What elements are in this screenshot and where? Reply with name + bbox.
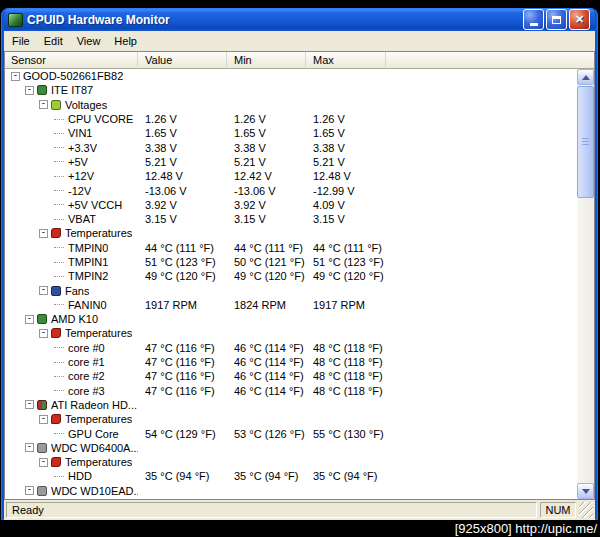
sensor-value: 35 °C (94 °F) <box>138 470 227 482</box>
sensor-row[interactable]: -12V-13.06 V-13.06 V-12.99 V <box>5 183 577 197</box>
sensor-label: -12V <box>68 185 91 197</box>
expand-collapse-toggle[interactable]: - <box>39 415 48 424</box>
sensor-min: 1.65 V <box>227 127 306 139</box>
sensor-label: VIN1 <box>68 127 92 139</box>
group-row[interactable]: -ITE IT87 <box>5 83 577 97</box>
sensor-row[interactable]: +3.3V3.38 V3.38 V3.38 V <box>5 140 577 154</box>
sensor-max: -12.99 V <box>306 185 386 197</box>
menu-view[interactable]: View <box>70 33 108 49</box>
sensor-label: WDC WD6400A... <box>51 442 138 454</box>
sensor-tree: -GOOD-502661FB82-ITE IT87-VoltagesCPU VC… <box>5 69 577 499</box>
sensor-label: VBAT <box>68 213 96 225</box>
column-header-value[interactable]: Value <box>138 52 227 69</box>
tree-connector <box>54 347 64 348</box>
sensor-min: 46 °C (114 °F) <box>227 356 306 368</box>
sensor-row[interactable]: CPU VCORE1.26 V1.26 V1.26 V <box>5 112 577 126</box>
tree-connector <box>54 262 64 263</box>
group-row[interactable]: -Temperatures <box>5 326 577 340</box>
screen: CPUID Hardware Monitor ✕ File Edit View … <box>0 0 600 537</box>
fan-icon <box>51 286 61 296</box>
group-row[interactable]: -AMD K10 <box>5 312 577 326</box>
column-header-sensor[interactable]: Sensor <box>5 52 138 69</box>
group-row[interactable]: -Temperatures <box>5 455 577 469</box>
sensor-value: 3.15 V <box>138 213 227 225</box>
tree-connector <box>54 133 64 134</box>
window-body: File Edit View Help Sensor Value Min Max… <box>4 31 595 520</box>
group-row[interactable]: -WDC WD6400A... <box>5 441 577 455</box>
status-bar: Ready NUM <box>4 500 595 520</box>
sensor-label: +12V <box>68 170 94 182</box>
sensor-row[interactable]: core #347 °C (116 °F)46 °C (114 °F)48 °C… <box>5 384 577 398</box>
group-row[interactable]: -Temperatures <box>5 226 577 240</box>
group-row[interactable]: -GOOD-502661FB82 <box>5 69 577 83</box>
tree-connector <box>54 219 64 220</box>
scrollbar-thumb[interactable] <box>577 86 594 198</box>
title-bar[interactable]: CPUID Hardware Monitor ✕ <box>4 8 595 31</box>
group-row[interactable]: -Fans <box>5 283 577 297</box>
sensor-row[interactable]: VBAT3.15 V3.15 V3.15 V <box>5 212 577 226</box>
resize-grip[interactable] <box>579 502 593 518</box>
sensor-label: AMD K10 <box>51 313 98 325</box>
menu-file[interactable]: File <box>5 33 37 49</box>
expand-collapse-toggle[interactable]: - <box>39 329 48 338</box>
close-button[interactable]: ✕ <box>569 9 590 30</box>
minimize-button[interactable] <box>523 9 544 30</box>
window-title: CPUID Hardware Monitor <box>27 13 521 27</box>
sensor-min: 1.26 V <box>227 113 306 125</box>
sensor-max: 51 °C (123 °F) <box>306 256 386 268</box>
maximize-button[interactable] <box>546 9 567 30</box>
expand-collapse-toggle[interactable]: - <box>25 86 34 95</box>
maximize-icon <box>552 16 561 24</box>
sensor-min: 3.15 V <box>227 213 306 225</box>
sensor-row[interactable]: core #047 °C (116 °F)46 °C (114 °F)48 °C… <box>5 341 577 355</box>
menu-bar: File Edit View Help <box>4 31 595 51</box>
sensor-list: Sensor Value Min Max -GOOD-502661FB82-IT… <box>4 51 595 500</box>
column-header-max[interactable]: Max <box>306 52 386 69</box>
sensor-value: 51 °C (123 °F) <box>138 256 227 268</box>
sensor-row[interactable]: TMPIN044 °C (111 °F)44 °C (111 °F)44 °C … <box>5 241 577 255</box>
arrow-down-icon <box>582 489 590 494</box>
menu-edit[interactable]: Edit <box>37 33 70 49</box>
expand-collapse-toggle[interactable]: - <box>39 100 48 109</box>
sensor-row[interactable]: FANIN01917 RPM1824 RPM1917 RPM <box>5 298 577 312</box>
expand-collapse-toggle[interactable]: - <box>25 443 34 452</box>
sensor-row[interactable]: +12V12.48 V12.42 V12.48 V <box>5 169 577 183</box>
group-row[interactable]: -WDC WD10EAD... <box>5 484 577 498</box>
expand-collapse-toggle[interactable]: - <box>11 72 20 81</box>
sensor-row[interactable]: core #247 °C (116 °F)46 °C (114 °F)48 °C… <box>5 369 577 383</box>
sensor-row[interactable]: +5V5.21 V5.21 V5.21 V <box>5 155 577 169</box>
arrow-up-icon <box>582 75 590 80</box>
sensor-row[interactable]: TMPIN249 °C (120 °F)49 °C (120 °F)49 °C … <box>5 269 577 283</box>
expand-collapse-toggle[interactable]: - <box>39 286 48 295</box>
sensor-label: TMPIN1 <box>68 256 108 268</box>
group-row[interactable]: -Voltages <box>5 98 577 112</box>
expand-collapse-toggle[interactable]: - <box>25 315 34 324</box>
sensor-label: core #3 <box>68 385 105 397</box>
sensor-min: 46 °C (114 °F) <box>227 385 306 397</box>
sensor-label: Temperatures <box>65 456 132 468</box>
sensor-row[interactable]: GPU Core54 °C (129 °F)53 °C (126 °F)55 °… <box>5 426 577 440</box>
sensor-row[interactable]: HDD35 °C (94 °F)35 °C (94 °F)35 °C (94 °… <box>5 469 577 483</box>
sensor-min: 44 °C (111 °F) <box>227 242 306 254</box>
app-icon[interactable] <box>8 13 23 27</box>
expand-collapse-toggle[interactable]: - <box>39 458 48 467</box>
group-row[interactable]: -Temperatures <box>5 412 577 426</box>
vertical-scrollbar[interactable] <box>577 69 594 499</box>
scroll-down-button[interactable] <box>577 483 594 499</box>
sensor-max: 55 °C (130 °F) <box>306 428 386 440</box>
column-header-min[interactable]: Min <box>227 52 306 69</box>
expand-collapse-toggle[interactable]: - <box>25 400 34 409</box>
tree-connector <box>54 376 64 377</box>
sensor-value: 1.26 V <box>138 113 227 125</box>
menu-help[interactable]: Help <box>107 33 144 49</box>
sensor-row[interactable]: VIN11.65 V1.65 V1.65 V <box>5 126 577 140</box>
sensor-row[interactable]: TMPIN151 °C (123 °F)50 °C (121 °F)51 °C … <box>5 255 577 269</box>
group-row[interactable]: -ATI Radeon HD... <box>5 398 577 412</box>
sensor-row[interactable]: core #147 °C (116 °F)46 °C (114 °F)48 °C… <box>5 355 577 369</box>
scroll-up-button[interactable] <box>577 69 594 85</box>
expand-collapse-toggle[interactable]: - <box>25 486 34 495</box>
sensor-label: TMPIN2 <box>68 270 108 282</box>
sensor-row[interactable]: +5V VCCH3.92 V3.92 V4.09 V <box>5 198 577 212</box>
expand-collapse-toggle[interactable]: - <box>39 229 48 238</box>
disk-icon <box>37 486 47 496</box>
